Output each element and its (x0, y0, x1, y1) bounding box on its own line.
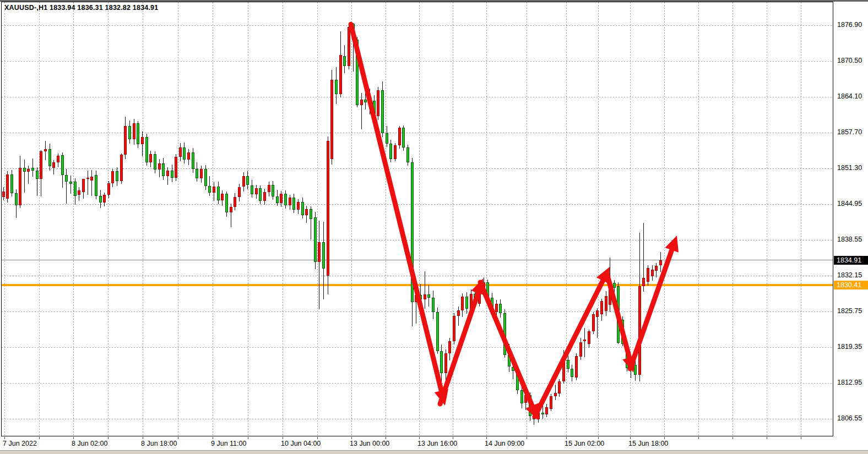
bear-candle (162, 163, 165, 176)
time-axis-tick (630, 437, 631, 439)
bull-candle (158, 163, 161, 169)
bull-candle (605, 296, 607, 311)
window-bottom-edge (0, 450, 868, 454)
bull-candle (221, 194, 224, 200)
candle-wick (91, 170, 92, 196)
bull-candle (255, 188, 258, 194)
bear-candle (533, 416, 535, 419)
bear-candle (128, 126, 131, 139)
bull-candle (44, 149, 47, 151)
candlestick-chart-area[interactable] (0, 0, 868, 454)
time-axis-tick (143, 437, 143, 439)
candle-wick (361, 93, 362, 129)
bear-candle (69, 182, 72, 184)
bull-candle (124, 126, 127, 155)
y-axis-tick-label: 1857.70 (837, 128, 862, 136)
time-axis-tick (453, 437, 453, 439)
bull-candle (482, 282, 485, 289)
bear-candle (192, 152, 194, 169)
bull-candle (377, 90, 379, 117)
bull-candle (651, 270, 654, 276)
bull-candle (103, 195, 106, 203)
bull-candle (141, 137, 144, 144)
time-axis-tick (419, 437, 420, 439)
bull-candle (19, 168, 21, 205)
bull-candle (453, 316, 455, 341)
bull-candle (318, 242, 321, 262)
x-axis-tick-label: 13 Jun 00:00 (350, 440, 389, 447)
bull-candle (6, 174, 9, 199)
bear-candle (196, 169, 198, 178)
bear-candle (613, 283, 616, 288)
bear-candle (541, 413, 544, 414)
y-axis-tick-label: 1876.90 (837, 21, 862, 29)
bull-candle (415, 295, 417, 302)
bull-candle (444, 353, 447, 373)
bear-candle (272, 185, 274, 196)
bear-candle (208, 186, 211, 193)
bear-candle (402, 128, 405, 148)
time-axis-tick (486, 437, 487, 439)
bull-candle (550, 396, 552, 408)
price-axis[interactable] (834, 2, 868, 436)
current-price-price-tag: 1834.91 (834, 256, 868, 265)
bull-candle (305, 209, 308, 215)
bear-candle (486, 282, 489, 297)
bear-candle (246, 176, 249, 185)
bear-candle (225, 194, 228, 213)
y-axis-tick-label: 1838.55 (837, 236, 862, 243)
candle-wick (584, 328, 585, 358)
bull-candle (495, 304, 498, 312)
candle-wick (70, 176, 71, 194)
bull-candle (583, 340, 586, 341)
bull-candle (2, 192, 5, 197)
y-axis-tick-label: 1864.10 (837, 92, 862, 100)
mt4-chart-window: XAUUSD-,H1 1833.94 1836.31 1832.82 1834.… (0, 0, 868, 454)
bear-candle (386, 133, 388, 144)
bull-candle (600, 301, 603, 314)
bear-candle (411, 162, 414, 302)
bull-candle (478, 289, 481, 303)
y-axis-tick-label: 1844.95 (837, 200, 862, 207)
candle-wick (319, 221, 319, 310)
time-axis-tick (4, 437, 5, 439)
bull-candle (368, 101, 371, 102)
time-axis-tick (598, 437, 599, 439)
x-axis-tick-label: 14 Jun 09:00 (485, 440, 524, 447)
bear-candle (65, 175, 68, 182)
bear-candle (10, 174, 13, 193)
bear-candle (626, 344, 628, 368)
x-axis-tick-label: 7 Jun 2022 (3, 440, 37, 447)
bull-candle (86, 178, 89, 179)
bear-candle (335, 80, 338, 94)
bear-candle (145, 137, 148, 162)
bull-candle (149, 154, 152, 162)
bear-candle (465, 297, 468, 309)
bear-candle (440, 351, 443, 373)
bear-candle (503, 313, 506, 355)
bear-candle (389, 144, 392, 158)
bull-candle (461, 297, 464, 310)
x-axis-tick-label: 9 Jun 11:00 (211, 440, 246, 447)
bull-candle (448, 341, 451, 353)
bull-candle (630, 365, 632, 368)
bear-candle (427, 294, 430, 298)
time-axis-tick (213, 437, 213, 439)
bear-candle (23, 168, 26, 172)
bear-candle (251, 185, 253, 194)
bear-candle (529, 395, 531, 416)
bear-candle (310, 209, 312, 219)
bull-candle (524, 395, 527, 403)
bear-candle (356, 40, 359, 105)
time-axis-tick (733, 437, 733, 439)
bear-candle (474, 294, 476, 304)
x-axis-tick-label: 8 Jun 02:00 (72, 440, 107, 447)
time-axis-tick (317, 437, 318, 439)
bull-candle (398, 128, 401, 146)
bull-candle (592, 314, 595, 331)
bear-candle (116, 171, 118, 181)
bear-candle (259, 188, 262, 201)
bull-candle (609, 283, 611, 305)
bear-candle (154, 154, 156, 169)
bear-candle (301, 202, 304, 215)
